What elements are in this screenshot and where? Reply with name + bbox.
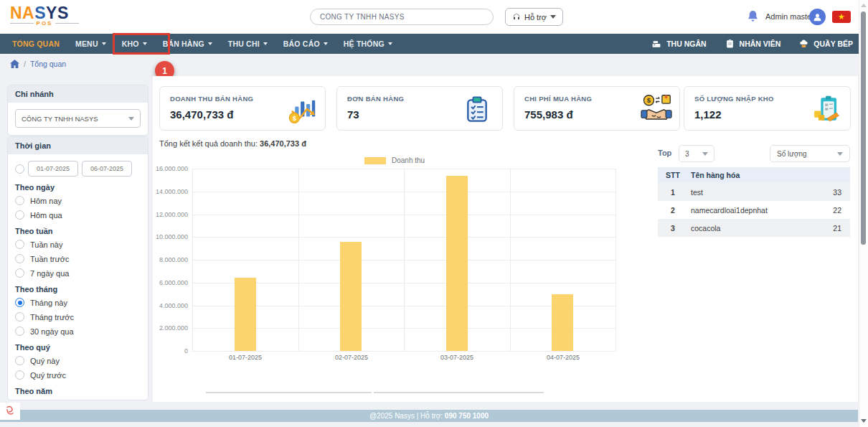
chat-support-icon[interactable] xyxy=(0,403,20,420)
stat-card-1: ĐƠN BÁN HÀNG73 xyxy=(336,86,503,131)
stat-card-2: CHI PHÍ MUA HÀNG755,983 đ$ xyxy=(514,86,680,131)
radio-icon[interactable] xyxy=(15,370,24,380)
time-option-hôm-nay[interactable]: Hôm nay xyxy=(15,195,141,206)
nav-quick-nhân-viên[interactable]: NHÂN VIÊN xyxy=(716,34,791,54)
radio-icon[interactable] xyxy=(15,327,24,336)
nav-item-kho[interactable]: KHO xyxy=(114,34,155,54)
chevron-down-icon xyxy=(324,42,328,45)
orders-clipboard-icon xyxy=(463,94,494,124)
support-phone: 090 750 1000 xyxy=(445,412,489,420)
nav-quick-quầy-bếp[interactable]: QUẦY BẾP xyxy=(790,34,862,54)
stat-card-label: DOANH THU BÁN HÀNG xyxy=(170,95,253,103)
radio-icon[interactable] xyxy=(15,400,24,400)
nav-item-label: BÁN HÀNG xyxy=(163,39,204,48)
time-panel-title: Thời gian xyxy=(8,137,148,154)
bar-01-07-2025 xyxy=(235,278,256,351)
time-option-tháng-trước[interactable]: Tháng trước xyxy=(15,311,141,322)
user-avatar[interactable] xyxy=(809,9,826,25)
radio-icon[interactable] xyxy=(15,356,24,365)
time-option-label: Quý này xyxy=(30,357,60,365)
bar-04-07-2025 xyxy=(552,294,573,351)
main-nav: TỔNG QUANMENUKHOBÁN HÀNGTHU CHIBÁO CÁOHỆ… xyxy=(0,34,868,54)
support-button-label: Hỗ trợ xyxy=(524,13,547,22)
nav-quick-label: NHÂN VIÊN xyxy=(740,39,781,48)
radio-icon[interactable] xyxy=(15,240,24,249)
top-n-select[interactable]: 3 xyxy=(679,145,714,162)
scrollbar-thumb[interactable] xyxy=(861,11,866,245)
nav-menu: TỔNG QUANMENUKHOBÁN HÀNGTHU CHIBÁO CÁOHỆ… xyxy=(0,34,400,54)
metric-value: Số lượng xyxy=(777,150,807,158)
revenue-chart-icon: $ xyxy=(286,94,316,124)
legend-swatch xyxy=(364,157,386,164)
cash-register-icon xyxy=(651,39,661,49)
nav-quick-links: THU NGÂNNHÂN VIÊNQUẦY BẾP xyxy=(642,34,868,54)
radio-icon[interactable] xyxy=(15,268,24,278)
time-option-7-ngày-qua[interactable]: 7 ngày qua xyxy=(15,268,141,278)
handshake-trade-icon: $ xyxy=(641,94,671,124)
custom-range-radio[interactable] xyxy=(15,164,24,174)
nav-item-thu-chi[interactable]: THU CHI xyxy=(220,34,275,54)
stat-card-value: 73 xyxy=(347,108,359,121)
time-group-label: Theo ngày xyxy=(15,183,141,192)
nav-item-hệ-thống[interactable]: HỆ THỐNG xyxy=(336,34,400,54)
time-filter-panel: Thời gian Theo ngàyHôm nayHôm quaTheo tu… xyxy=(7,136,148,400)
nav-item-bán-hàng[interactable]: BÁN HÀNG xyxy=(155,34,220,54)
time-option-tuần-trước[interactable]: Tuần trước xyxy=(15,253,141,264)
chevron-down-icon xyxy=(263,42,268,45)
metric-select[interactable]: Số lượng xyxy=(770,145,850,162)
chart-plot xyxy=(192,169,615,351)
radio-icon[interactable] xyxy=(15,254,24,263)
col-header-name: Tên hàng hóa xyxy=(688,171,816,179)
radio-selected-icon[interactable] xyxy=(15,298,24,307)
y-tick-label: 2.000.000 xyxy=(145,324,188,332)
below-fold-divider xyxy=(206,392,372,393)
home-icon[interactable] xyxy=(10,60,19,68)
vietnam-flag-language[interactable]: ★ xyxy=(832,11,851,23)
breadcrumb: / Tổng quan xyxy=(10,60,66,68)
time-option-hôm-qua[interactable]: Hôm qua xyxy=(15,210,141,220)
y-tick-label: 8.000.000 xyxy=(145,256,188,263)
notifications-bell-icon[interactable] xyxy=(746,9,760,24)
x-tick-label: 04-07-2025 xyxy=(510,354,616,361)
time-option-30-ngày-qua[interactable]: 30 ngày qua xyxy=(15,326,141,337)
top-products-table: STT Tên hàng hóa 1test332namecardloai1de… xyxy=(658,167,850,237)
date-to-input[interactable] xyxy=(82,161,132,177)
branch-select[interactable]: CÔNG TY TNHH NASYS xyxy=(15,109,141,128)
company-name-input[interactable] xyxy=(310,9,494,25)
nav-item-báo-cáo[interactable]: BÁO CÁO xyxy=(275,34,336,54)
chevron-down-icon xyxy=(128,117,134,121)
time-option-quý-trước[interactable]: Quý trước xyxy=(15,370,141,380)
stat-card-0: DOANH THU BÁN HÀNG36,470,733 đ$ xyxy=(159,86,326,131)
y-tick-label: 14.000.000 xyxy=(145,188,188,195)
branch-panel: Chi nhánh CÔNG TY TNHH NASYS xyxy=(7,85,148,136)
user-name: Admin master xyxy=(765,12,814,21)
nav-item-menu[interactable]: MENU xyxy=(67,34,114,54)
table-header-row: STT Tên hàng hóa xyxy=(658,167,850,183)
y-tick-label: 6.000.000 xyxy=(145,279,188,286)
scroll-down-arrow-icon[interactable] xyxy=(861,419,867,423)
date-from-input[interactable] xyxy=(28,161,78,177)
chart-title: Tổng kết kết quả doanh thu: 36,470,733 đ xyxy=(159,139,306,148)
gridline xyxy=(615,169,616,351)
nasys-logo[interactable]: NASYS POS xyxy=(10,4,79,27)
nav-item-label: TỔNG QUAN xyxy=(12,39,60,48)
time-option-label: Hôm nay xyxy=(30,197,62,205)
nav-item-tổng-quan[interactable]: TỔNG QUAN xyxy=(4,34,67,54)
radio-icon[interactable] xyxy=(15,312,24,322)
time-option-quý-này[interactable]: Quý này xyxy=(15,355,141,366)
time-option-tuần-này[interactable]: Tuần này xyxy=(15,239,141,250)
scroll-up-arrow-icon[interactable] xyxy=(861,4,867,7)
chevron-down-icon xyxy=(550,15,556,19)
stat-card-label: CHI PHÍ MUA HÀNG xyxy=(524,95,592,103)
radio-icon[interactable] xyxy=(15,210,24,220)
time-option-tháng-này[interactable]: Tháng này xyxy=(15,297,141,308)
time-option-năm-nay[interactable]: Năm nay xyxy=(15,399,141,400)
radio-icon[interactable] xyxy=(15,196,24,205)
stat-card-3: SỐ LƯỢNG NHẬP KHO1,122 xyxy=(684,86,851,131)
chevron-down-icon xyxy=(143,42,147,45)
time-option-label: Tuần trước xyxy=(30,255,70,263)
y-tick-label: 4.000.000 xyxy=(145,302,188,309)
support-button[interactable]: Hỗ trợ xyxy=(505,8,563,26)
time-option-label: Hôm qua xyxy=(30,211,62,220)
nav-quick-thu-ngân[interactable]: THU NGÂN xyxy=(642,34,715,54)
